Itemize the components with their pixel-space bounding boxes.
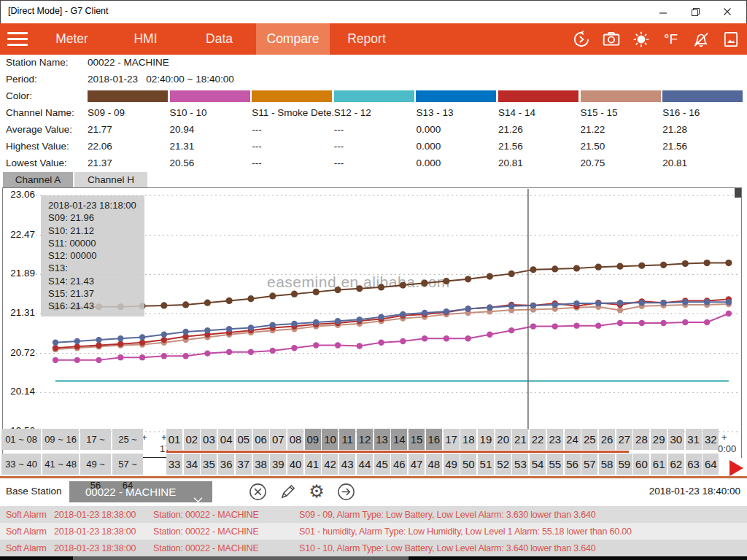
x-cell-52[interactable]: 52 [495,454,511,475]
x-cell-16[interactable]: 16 [426,429,442,450]
alarm-row[interactable]: Soft Alarm2018-01-23 18:38:00Station: 00… [0,506,747,523]
x-cell-23[interactable]: 23 [547,429,563,450]
nav-tab-report[interactable]: Report [330,23,403,55]
x-cell-25[interactable]: 25 [581,429,597,450]
mute-alarm-icon[interactable] [690,28,711,50]
nav-tab-meter[interactable]: Meter [35,23,109,55]
x-cell-46[interactable]: 46 [391,454,407,475]
x-cell-03[interactable]: 03 [201,429,217,450]
alarm-row[interactable]: Soft Alarm2018-01-23 18:38:00Station: 00… [0,540,747,556]
x-cell-31[interactable]: 31 [686,429,702,450]
x-cell-58[interactable]: 58 [599,454,615,475]
page-button-57-64[interactable]: 57 ~ 64 [112,454,143,475]
x-cell-28[interactable]: 28 [633,429,649,450]
x-cell-50[interactable]: 50 [460,454,476,475]
x-cell-62[interactable]: 62 [668,454,684,475]
alarm-row[interactable]: Soft Alarm2018-01-23 18:38:00Station: 00… [0,523,747,540]
chart-area[interactable]: easemind.en.alibaba.com 23.0622.4721.892… [2,187,742,458]
x-cell-11[interactable]: 11 [339,429,355,450]
x-cell-24[interactable]: 24 [565,429,581,450]
minimize-button[interactable] [647,0,679,23]
sync-icon[interactable] [570,28,592,50]
x-cell-19[interactable]: 19 [478,429,494,450]
restore-button[interactable] [679,0,711,23]
x-cell-49[interactable]: 49 [444,454,460,475]
close-button[interactable] [711,0,743,23]
edit-icon[interactable] [276,481,298,502]
nav-tab-compare[interactable]: Compare [256,23,330,55]
x-cell-32[interactable]: 32 [703,429,719,450]
next-page-arrow[interactable] [729,460,743,476]
page-button-33-40[interactable]: 33 ~ 40 [1,454,41,475]
x-cell-05[interactable]: 05 [236,429,252,450]
brightness-icon[interactable] [630,28,651,50]
nav-tab-data[interactable]: Data [182,23,256,55]
x-cell-44[interactable]: 44 [357,454,373,475]
x-cell-15[interactable]: 15 [409,429,425,450]
x-cell-02[interactable]: 02 [184,429,200,450]
x-cell-61[interactable]: 61 [651,454,667,475]
x-cell-41[interactable]: 41 [305,454,321,475]
x-cell-17[interactable]: 17 [444,429,460,450]
page-button-01-08[interactable]: 01 ~ 08 [1,429,41,450]
page-button-09-16[interactable]: 09 ~ 16 [42,429,79,450]
x-cell-45[interactable]: 45 [374,454,390,475]
x-cell-09[interactable]: 09 [305,429,321,450]
x-cell-37[interactable]: 37 [236,454,252,475]
x-cell-55[interactable]: 55 [547,454,563,475]
x-cell-35[interactable]: 35 [201,454,217,475]
x-cell-04[interactable]: 04 [218,429,234,450]
fahrenheit-icon[interactable]: °F [660,28,681,50]
cancel-icon[interactable] [247,481,268,502]
x-cell-47[interactable]: 47 [409,454,425,475]
settings-icon[interactable]: ⚙ [306,481,328,502]
x-cell-20[interactable]: 20 [495,429,511,450]
x-cell-63[interactable]: 63 [686,454,702,475]
x-cell-56[interactable]: 56 [565,454,581,475]
x-cell-30[interactable]: 30 [668,429,684,450]
page-button-41-48[interactable]: 41 ~ 48 [42,454,79,475]
x-cell-14[interactable]: 14 [391,429,407,450]
page-button-25-32[interactable]: 25 ~ 32 [112,429,143,450]
camera-icon[interactable] [600,28,622,50]
x-cell-59[interactable]: 59 [616,454,632,475]
apply-icon[interactable] [335,481,357,502]
x-cell-22[interactable]: 22 [530,429,546,450]
x-cell-10[interactable]: 10 [322,429,338,450]
x-cell-08[interactable]: 08 [287,429,303,450]
x-cell-06[interactable]: 06 [253,429,269,450]
x-cell-01[interactable]: 01 [166,429,182,450]
export-image-icon[interactable] [720,28,741,50]
x-cell-07[interactable]: 07 [270,429,286,450]
x-cell-12[interactable]: 12 [357,429,373,450]
x-cell-29[interactable]: 29 [651,429,667,450]
x-cell-54[interactable]: 54 [530,454,546,475]
nav-tab-hmi[interactable]: HMI [109,23,182,55]
x-cell-51[interactable]: 51 [478,454,494,475]
x-cell-36[interactable]: 36 [218,454,234,475]
x-cell-34[interactable]: 34 [184,454,200,475]
x-cell-64[interactable]: 64 [703,454,719,475]
page-button-49-56[interactable]: 49 ~ 56 [80,454,111,475]
x-cell-13[interactable]: 13 [374,429,390,450]
scrollbar-nub[interactable] [735,188,741,198]
tab-channel-a[interactable]: Channel A [3,172,73,187]
x-cell-26[interactable]: 26 [599,429,615,450]
page-button-17-24[interactable]: 17 ~ 24 [80,429,111,450]
tab-channel-h[interactable]: Channel H [74,172,147,187]
x-cell-27[interactable]: 27 [616,429,632,450]
x-cell-53[interactable]: 53 [512,454,528,475]
x-cell-33[interactable]: 33 [166,454,182,475]
x-cell-48[interactable]: 48 [426,454,442,475]
x-cell-40[interactable]: 40 [287,454,303,475]
x-cell-43[interactable]: 43 [339,454,355,475]
channel-name: S10 - 10 [170,106,252,120]
x-cell-42[interactable]: 42 [322,454,338,475]
x-cell-60[interactable]: 60 [633,454,649,475]
x-cell-18[interactable]: 18 [460,429,476,450]
x-cell-39[interactable]: 39 [270,454,286,475]
x-cell-57[interactable]: 57 [581,454,597,475]
x-cell-38[interactable]: 38 [253,454,269,475]
menu-icon[interactable] [7,32,28,46]
x-cell-21[interactable]: 21 [512,429,528,450]
